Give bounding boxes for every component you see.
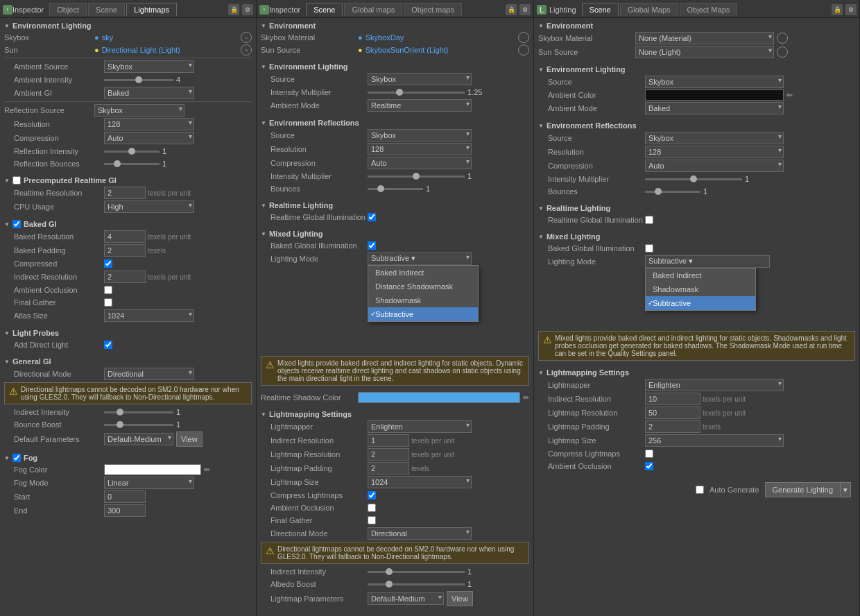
lock-icon-p2[interactable]: 🔒 bbox=[506, 4, 517, 15]
tab-object-maps-p2[interactable]: Object maps bbox=[404, 3, 462, 16]
compress-lm-check-p2[interactable] bbox=[368, 491, 376, 499]
indirect-intensity-lm-range-p2[interactable] bbox=[368, 571, 465, 573]
env-lighting-header-p3[interactable]: ▼ Environment Lighting bbox=[538, 63, 855, 75]
tab-scene-p2[interactable]: Scene bbox=[306, 3, 343, 16]
ambient-gi-select-p1[interactable]: Baked bbox=[104, 87, 194, 99]
lightmapper-select-p2[interactable]: Enlighten bbox=[368, 420, 472, 433]
refl-source-select-p2[interactable]: Skybox bbox=[368, 129, 472, 142]
environment-header-p2[interactable]: ▼ Environment bbox=[261, 19, 529, 31]
baked-res-input-p1[interactable] bbox=[104, 230, 146, 243]
ambient-mode-select-p2[interactable]: Realtime bbox=[368, 99, 472, 112]
fg-check-p2[interactable] bbox=[368, 516, 376, 524]
lightmapping-header-p3[interactable]: ▼ Lightmapping Settings bbox=[538, 366, 855, 378]
cpu-usage-select-p1[interactable]: High bbox=[104, 200, 194, 213]
indirect-intensity-range-p1[interactable] bbox=[104, 411, 173, 413]
lm-size-select-p2[interactable]: 1024 bbox=[368, 476, 472, 488]
lighting-mode-display-p2[interactable]: Subtractive ▾ bbox=[368, 253, 472, 265]
pencil-shadow-p2[interactable]: ✏ bbox=[523, 393, 529, 402]
lock-icon-p3[interactable]: 🔒 bbox=[832, 4, 843, 15]
sun-circle-p1[interactable]: ○ bbox=[241, 44, 252, 55]
auto-generate-check-p3[interactable] bbox=[696, 486, 704, 494]
intensity-mult-range-p2[interactable] bbox=[368, 92, 465, 94]
sun-source-select-p3[interactable]: None (Light) bbox=[635, 46, 774, 58]
env-refl-header-p3[interactable]: ▼ Environment Reflections bbox=[538, 119, 855, 131]
mixed-lighting-header-p2[interactable]: ▼ Mixed Lighting bbox=[261, 228, 529, 239]
pencil-icon-p1[interactable]: ✏ bbox=[204, 465, 210, 474]
menu-item-distance-shadowmask-p2[interactable]: Distance Shadowmask bbox=[368, 280, 478, 293]
refl-comp-select-p2[interactable]: Auto bbox=[368, 157, 472, 169]
compression-select-p1[interactable]: Auto bbox=[104, 132, 194, 144]
fog-start-input-p1[interactable] bbox=[104, 490, 146, 503]
skybox-mat-circle-p2[interactable] bbox=[518, 32, 529, 43]
view-btn-p2[interactable]: View bbox=[447, 591, 473, 606]
env-lighting-header-p2[interactable]: ▼ Environment Lighting bbox=[261, 60, 529, 72]
menu-item-subtractive-p2[interactable]: Subtractive bbox=[368, 307, 478, 321]
ambient-source-select-p1[interactable]: Skybox bbox=[104, 60, 194, 73]
ambient-mode-select-p3[interactable]: Baked bbox=[645, 102, 784, 114]
dir-mode-select-p1[interactable]: Directional bbox=[104, 368, 194, 380]
albedo-boost-range-p2[interactable] bbox=[368, 583, 465, 585]
menu-item-baked-indirect-p2[interactable]: Baked Indirect bbox=[368, 266, 478, 280]
lock-icon-p1[interactable]: 🔒 bbox=[228, 4, 239, 15]
tab-scene-p1[interactable]: Scene bbox=[88, 3, 125, 16]
tab-lightmaps-p1[interactable]: Lightmaps bbox=[126, 3, 177, 16]
menu-item-subtractive-p3[interactable]: Subtractive bbox=[646, 296, 755, 310]
precomputed-gi-check-p1[interactable] bbox=[12, 176, 21, 185]
source-select-p3[interactable]: Skybox bbox=[645, 76, 784, 88]
lightmapper-select-p3[interactable]: Enlighten bbox=[645, 379, 784, 391]
refl-intensity-range-p1[interactable] bbox=[104, 151, 160, 153]
refl-comp-select-p3[interactable]: Auto bbox=[645, 160, 784, 172]
settings-icon-p3[interactable]: ⚙ bbox=[845, 4, 857, 15]
refl-intensity-range-p2[interactable] bbox=[368, 176, 465, 178]
lm-padding-input-p2[interactable] bbox=[368, 462, 409, 474]
tab-scene-p3[interactable]: Scene bbox=[582, 3, 619, 16]
refl-intensity-range-p3[interactable] bbox=[645, 178, 742, 180]
light-probes-header-p1[interactable]: ▼ Light Probes bbox=[4, 327, 252, 339]
generate-lighting-btn-p3[interactable]: Generate Lighting bbox=[765, 482, 841, 497]
compress-lm-check-p3[interactable] bbox=[645, 450, 653, 458]
ao-check-p2[interactable] bbox=[368, 504, 376, 512]
ambient-color-swatch-p3[interactable] bbox=[645, 89, 784, 101]
indirect-res-lm-input-p2[interactable] bbox=[368, 434, 409, 447]
refl-bounces-range-p2[interactable] bbox=[368, 188, 423, 190]
baked-padding-input-p1[interactable] bbox=[104, 244, 146, 257]
ambient-occ-check-p1[interactable] bbox=[104, 286, 112, 294]
env-lighting-header-p1[interactable]: ▼ Environment Lighting bbox=[4, 19, 252, 31]
realtime-lighting-header-p2[interactable]: ▼ Realtime Lighting bbox=[261, 199, 529, 211]
lighting-mode-display-p3[interactable]: Subtractive ▾ bbox=[645, 255, 770, 268]
precomputed-gi-header-p1[interactable]: ▼ Precomputed Realtime GI bbox=[4, 174, 252, 186]
sun-source-val-p2[interactable]: SkyboxSunOrient (Light) bbox=[366, 46, 449, 54]
settings-icon-p2[interactable]: ⚙ bbox=[519, 4, 531, 15]
lm-size-select-p3[interactable]: 256 bbox=[645, 434, 784, 447]
fog-mode-select-p1[interactable]: Linear bbox=[104, 477, 194, 489]
indirect-res-lm-input-p3[interactable] bbox=[645, 393, 700, 405]
lm-params-select-p2[interactable]: Default-Medium bbox=[368, 592, 444, 605]
lm-padding-input-p3[interactable] bbox=[645, 420, 700, 433]
bounce-boost-range-p1[interactable] bbox=[104, 424, 173, 426]
baked-gi-header-p1[interactable]: ▼ Baked GI bbox=[4, 218, 252, 230]
pencil-ambient-p3[interactable]: ✏ bbox=[786, 91, 793, 100]
fog-header-p1[interactable]: ▼ Fog bbox=[4, 452, 252, 463]
shadow-color-swatch-p2[interactable] bbox=[358, 392, 520, 403]
atlas-size-select-p1[interactable]: 1024 bbox=[104, 309, 194, 322]
rgi-check-p3[interactable] bbox=[645, 216, 653, 224]
menu-item-baked-indirect-p3[interactable]: Baked Indirect bbox=[646, 268, 755, 282]
baked-gi-check-p2[interactable] bbox=[368, 241, 376, 250]
generate-lighting-arrow-p3[interactable]: ▾ bbox=[841, 482, 851, 497]
resolution-select-p1[interactable]: 128 bbox=[104, 118, 194, 130]
refl-bounces-range-p1[interactable] bbox=[104, 163, 160, 165]
tab-global-maps-p3[interactable]: Global Maps bbox=[620, 3, 678, 16]
fog-end-input-p1[interactable] bbox=[104, 504, 146, 517]
skybox-circle-p1[interactable]: ○ bbox=[241, 32, 252, 43]
refl-res-select-p3[interactable]: 128 bbox=[645, 146, 784, 158]
reflection-source-select-p1[interactable]: Skybox bbox=[94, 104, 184, 117]
default-params-select-p1[interactable]: Default-Medium bbox=[104, 433, 173, 445]
lm-res-input-p3[interactable] bbox=[645, 407, 700, 419]
skybox-mat-val-p2[interactable]: SkyboxDay bbox=[366, 33, 404, 42]
env-refl-header-p2[interactable]: ▼ Environment Reflections bbox=[261, 117, 529, 128]
skybox-mat-circle-p3[interactable] bbox=[777, 33, 788, 44]
realtime-lighting-header-p3[interactable]: ▼ Realtime Lighting bbox=[538, 202, 855, 214]
source-select-p2[interactable]: Skybox bbox=[368, 73, 472, 85]
ao-check-p3[interactable] bbox=[645, 462, 653, 470]
environment-header-p3[interactable]: ▼ Environment bbox=[538, 19, 855, 31]
